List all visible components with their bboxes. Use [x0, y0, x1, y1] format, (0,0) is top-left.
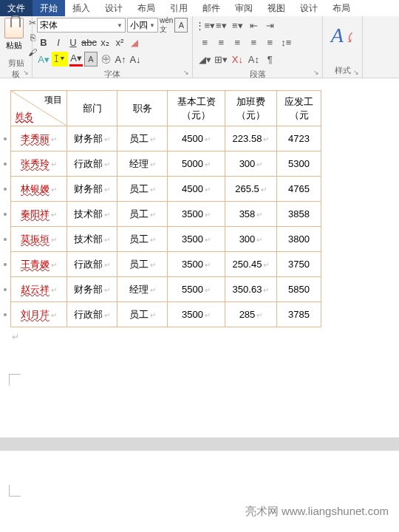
distribute-button[interactable]: ≡	[262, 35, 277, 50]
cell-job[interactable]: 员工↵	[117, 126, 168, 151]
cell-name[interactable]: 林银嫒↵	[11, 177, 67, 202]
cell-base[interactable]: 3500↵	[168, 227, 225, 252]
borders-button[interactable]: ⊞▾	[214, 52, 228, 66]
cell-total[interactable]: 4765	[277, 177, 321, 202]
cell-ot[interactable]: 300↵	[225, 227, 277, 252]
cell-name[interactable]: 秦阳祥↵	[11, 202, 67, 227]
cell-total[interactable]: 5300	[277, 151, 321, 177]
bullets-button[interactable]: ⋮≡▾	[197, 18, 212, 33]
tab-视图[interactable]: 视图	[260, 0, 293, 16]
dialog-launcher-icon[interactable]: ↘	[23, 69, 30, 76]
cell-dept[interactable]: 技术部↵	[67, 202, 117, 227]
cell-job[interactable]: 员工↵	[117, 177, 168, 202]
sort-button[interactable]: X↓	[230, 52, 245, 66]
font-size-combo[interactable]: 小四▼	[127, 18, 158, 33]
numbering-button[interactable]: ≡▾	[214, 18, 228, 33]
cell-job[interactable]: 员工↵	[117, 302, 168, 327]
styles-button[interactable]: A⤹	[331, 18, 355, 47]
table-row[interactable]: 张秀玲↵行政部↵经理↵5000↵300↵5300	[11, 151, 321, 177]
bold-button[interactable]: B	[37, 35, 50, 50]
cell-base[interactable]: 4500↵	[168, 177, 225, 202]
cell-base[interactable]: 5000↵	[168, 151, 225, 177]
cell-ot[interactable]: 265.5↵	[225, 177, 277, 202]
table-row[interactable]: 林银嫒↵财务部↵员工↵4500↵265.5↵4765	[11, 177, 321, 202]
font-family-combo[interactable]: 宋体▼	[37, 18, 126, 33]
grow-font-button[interactable]: A↑	[114, 52, 127, 66]
table-row[interactable]: 赵云祥↵财务部↵经理↵5500↵350.63↵5850	[11, 277, 321, 302]
cell-dept[interactable]: 财务部↵	[67, 126, 117, 151]
cell-name[interactable]: 李秀丽↵	[11, 126, 67, 151]
tab-设计[interactable]: 设计	[98, 0, 130, 16]
cell-job[interactable]: 经理↵	[117, 277, 168, 302]
cell-name[interactable]: 赵云祥↵	[11, 277, 67, 302]
dialog-launcher-icon[interactable]: ↘	[313, 69, 321, 76]
cell-ot[interactable]: 350.63↵	[225, 277, 277, 302]
strike-button[interactable]: abc	[81, 35, 97, 50]
salary-table[interactable]: 项目 姓名 部门 职务 基本工资（元） 加班费（元） 应发工（元 李秀丽↵财务部…	[10, 90, 321, 327]
cell-ot[interactable]: 250.45↵	[225, 252, 277, 277]
cell-dept[interactable]: 技术部↵	[67, 227, 117, 252]
cell-name[interactable]: 莫振垣↵	[11, 227, 67, 252]
tab-开始[interactable]: 开始	[33, 0, 65, 16]
align-center-button[interactable]: ≡	[214, 35, 228, 50]
table-row[interactable]: 莫振垣↵技术部↵员工↵3500↵300↵3800	[11, 227, 321, 252]
phonetic-icon[interactable]: wén文	[160, 18, 173, 33]
cell-ot[interactable]: 300↵	[225, 151, 277, 177]
align-left-button[interactable]: ≡	[197, 35, 212, 50]
cell-name[interactable]: 刘月芹↵	[11, 302, 67, 327]
table-row[interactable]: 秦阳祥↵技术部↵员工↵3500↵358↵3858	[11, 202, 321, 227]
shrink-font-button[interactable]: A↓	[129, 52, 142, 66]
cell-total[interactable]: 3800	[277, 227, 321, 252]
cell-total[interactable]: 5850	[277, 277, 321, 302]
cell-base[interactable]: 3500↵	[168, 252, 225, 277]
tab-布局[interactable]: 布局	[325, 0, 358, 16]
cell-job[interactable]: 员工↵	[117, 227, 168, 252]
cell-name[interactable]: 张秀玲↵	[11, 151, 67, 177]
justify-button[interactable]: ≡	[246, 35, 261, 50]
paste-button[interactable]: 粘贴	[4, 18, 24, 58]
cell-base[interactable]: 5500↵	[168, 277, 225, 302]
cell-total[interactable]: 4723	[277, 126, 321, 151]
dialog-launcher-icon[interactable]: ↘	[353, 69, 361, 76]
table-row[interactable]: 王青嫒↵行政部↵员工↵3500↵250.45↵3750	[11, 252, 321, 277]
cell-base[interactable]: 3500↵	[168, 202, 225, 227]
tab-设计[interactable]: 设计	[293, 0, 325, 16]
dialog-launcher-icon[interactable]: ↘	[183, 69, 191, 76]
cell-ot[interactable]: 358↵	[225, 202, 277, 227]
italic-button[interactable]: I	[52, 35, 65, 50]
cell-total[interactable]: 3750	[277, 252, 321, 277]
char-shading-icon[interactable]: A	[84, 52, 98, 66]
cell-base[interactable]: 3500↵	[168, 302, 225, 327]
tab-插入[interactable]: 插入	[65, 0, 98, 16]
line-spacing-button[interactable]: ↕≡	[279, 35, 293, 50]
cell-dept[interactable]: 行政部↵	[67, 151, 117, 177]
multilevel-button[interactable]: ≡▾	[230, 18, 245, 33]
cell-name[interactable]: 王青嫒↵	[11, 252, 67, 277]
subscript-button[interactable]: x₂	[98, 35, 112, 50]
table-row[interactable]: 李秀丽↵财务部↵员工↵4500↵223.58↵4723	[11, 126, 321, 151]
tab-审阅[interactable]: 审阅	[228, 0, 260, 16]
cell-ot[interactable]: 223.58↵	[225, 126, 277, 151]
table-row[interactable]: 刘月芹↵行政部↵员工↵3500↵285↵3785	[11, 302, 321, 327]
cell-total[interactable]: 3785	[277, 302, 321, 327]
clear-format-icon[interactable]: ◢	[128, 35, 141, 50]
superscript-button[interactable]: x²	[113, 35, 126, 50]
increase-indent-button[interactable]: ⇥	[262, 18, 277, 33]
cell-job[interactable]: 经理↵	[117, 151, 168, 177]
asian-layout-button[interactable]: A↕	[246, 52, 261, 66]
font-color-button[interactable]: A▾	[69, 52, 83, 66]
enclose-char-icon[interactable]: ㊥	[99, 52, 112, 66]
cell-ot[interactable]: 285↵	[225, 302, 277, 327]
cell-dept[interactable]: 行政部↵	[67, 252, 117, 277]
char-border-icon[interactable]: A	[174, 18, 188, 33]
cell-total[interactable]: 3858	[277, 202, 321, 227]
cell-job[interactable]: 员工↵	[117, 202, 168, 227]
decrease-indent-button[interactable]: ⇤	[246, 18, 261, 33]
cell-dept[interactable]: 财务部↵	[67, 277, 117, 302]
align-right-button[interactable]: ≡	[230, 35, 245, 50]
tab-邮件[interactable]: 邮件	[195, 0, 228, 16]
tab-布局[interactable]: 布局	[130, 0, 163, 16]
cell-dept[interactable]: 行政部↵	[67, 302, 117, 327]
underline-button[interactable]: U	[66, 35, 80, 50]
show-marks-button[interactable]: ¶	[262, 52, 277, 66]
